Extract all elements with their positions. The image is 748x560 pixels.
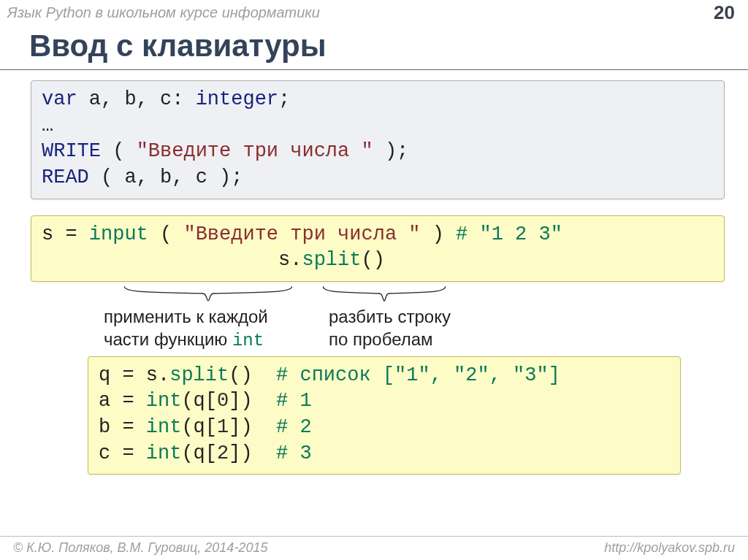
code-block-pascal: var a, b, c: integer; … WRITE ( "Введите… [31, 80, 725, 199]
footer-copyright: © К.Ю. Поляков, В.М. Гуровиц, 2014-2015 [13, 540, 267, 556]
content-area: var a, b, c: integer; … WRITE ( "Введите… [0, 70, 748, 475]
curly-brace-left-icon [124, 285, 292, 304]
comment: # 3 [276, 442, 312, 464]
comment: # 1 [276, 390, 312, 412]
string-literal: "Введите три числа " [137, 140, 373, 162]
annotation-left: применить к каждой части функцию int [104, 305, 268, 352]
fn-int: int [146, 442, 182, 464]
kw-int-inline: int [232, 331, 264, 350]
string-literal: "Введите три числа " [183, 223, 420, 245]
comment: # 2 [276, 416, 312, 438]
annotations-layer: применить к каждой части функцию int раз… [31, 285, 725, 356]
fn-input: input [89, 223, 148, 245]
curly-brace-right-icon [323, 285, 446, 304]
footer-url: http://kpolyakov.spb.ru [604, 540, 735, 556]
footer: © К.Ю. Поляков, В.М. Гуровиц, 2014-2015 … [0, 540, 748, 556]
header-bar: Язык Python в школьном курсе информатики… [0, 0, 748, 24]
fn-split: split [169, 364, 229, 386]
page-number: 20 [714, 1, 735, 24]
footer-rule [0, 536, 748, 537]
fn-int: int [146, 390, 182, 412]
fn-int: int [146, 416, 182, 438]
code-block-3-wrapper: q = s.split() # список ["1", "2", "3"] a… [31, 356, 725, 475]
comment: # "1 2 3" [456, 223, 562, 245]
code-block-python-split: q = s.split() # список ["1", "2", "3"] a… [88, 356, 681, 475]
header-subtitle: Язык Python в школьном курсе информатики [7, 4, 320, 21]
annotation-right: разбить строку по пробелам [329, 305, 451, 350]
slide-title: Ввод с клавиатуры [0, 24, 748, 69]
kw-write: WRITE [42, 140, 101, 162]
kw-var: var [42, 88, 77, 110]
kw-read: READ [42, 166, 89, 188]
kw-integer: integer [196, 88, 278, 110]
code-block-python-input: s = input ( "Введите три числа " ) # "1 … [31, 215, 725, 282]
comment: # список ["1", "2", "3"] [276, 364, 560, 386]
fn-split: split [302, 249, 361, 271]
slide: Язык Python в школьном курсе информатики… [0, 0, 748, 560]
